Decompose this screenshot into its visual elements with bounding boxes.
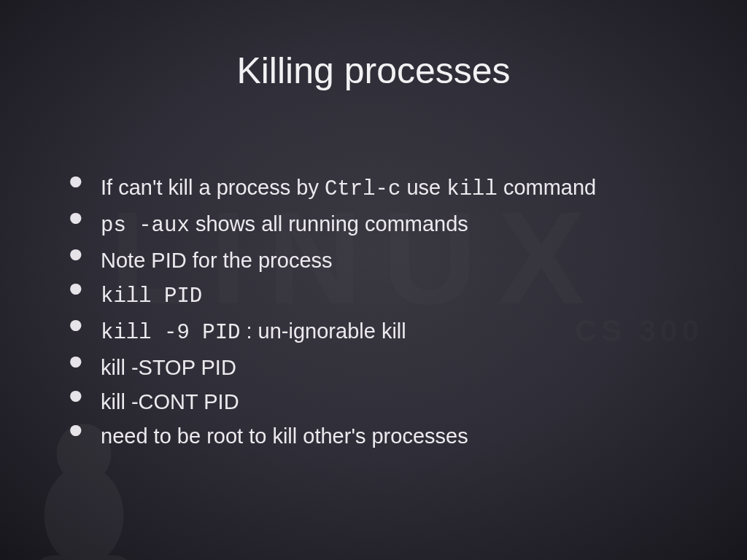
code-text: kill: [446, 177, 498, 201]
bullet-item: kill PID: [64, 279, 696, 314]
body-text: Note PID for the process: [101, 249, 333, 272]
bullet-item: kill -STOP PID: [64, 351, 696, 384]
code-text: kill PID: [101, 284, 202, 308]
svg-point-2: [59, 485, 109, 559]
bullet-item: kill -9 PID : un-ignorable kill: [64, 315, 696, 350]
body-text: If can't kill a process by: [101, 176, 325, 199]
svg-point-3: [39, 555, 74, 560]
svg-point-4: [94, 555, 129, 560]
body-text: shows all running commands: [190, 212, 468, 236]
slide-title: Killing processes: [0, 50, 747, 92]
slide-content: If can't kill a process by Ctrl-c use ki…: [64, 171, 696, 454]
body-text: need to be root to kill other's processe…: [101, 424, 468, 448]
body-text: command: [498, 176, 596, 199]
body-text: kill -CONT PID: [101, 390, 239, 413]
bullet-item: need to be root to kill other's processe…: [64, 420, 696, 453]
code-text: ps -aux: [101, 214, 190, 238]
bullet-list: If can't kill a process by Ctrl-c use ki…: [64, 171, 696, 453]
body-text: kill -STOP PID: [101, 356, 236, 379]
code-text: kill -9 PID: [101, 321, 240, 345]
bullet-item: ps -aux shows all running commands: [64, 208, 696, 243]
code-text: Ctrl-c: [325, 177, 400, 201]
body-text: use: [400, 176, 446, 199]
svg-point-1: [44, 466, 124, 560]
body-text: : un-ignorable kill: [240, 319, 406, 343]
slide: LINUX CS 300 Killing processes If can't …: [0, 0, 747, 560]
bullet-item: Note PID for the process: [64, 244, 696, 277]
bullet-item: If can't kill a process by Ctrl-c use ki…: [64, 171, 696, 206]
bullet-item: kill -CONT PID: [64, 386, 696, 419]
